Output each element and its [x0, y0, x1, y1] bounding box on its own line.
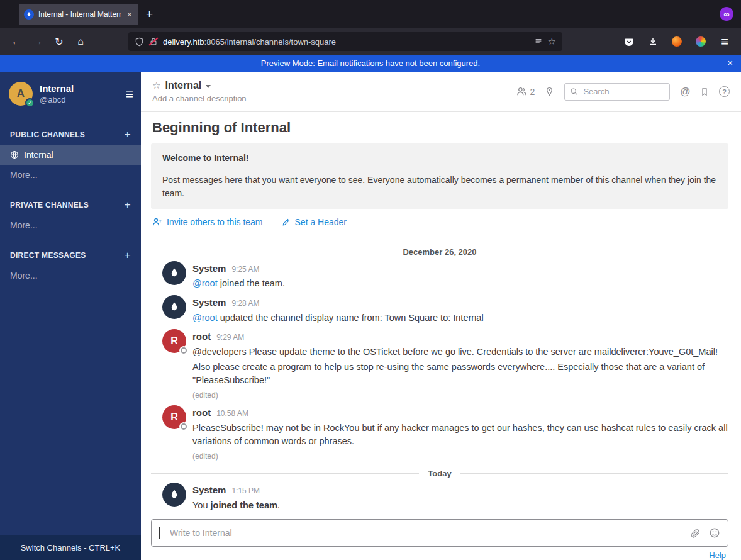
public-channels-section: PUBLIC CHANNELS + Internal More...: [0, 125, 141, 185]
channel-label: Internal: [24, 150, 53, 160]
message-root-hashcat: R root 10:58 AM PleaseSubscribe! may not…: [151, 405, 728, 462]
channel-view: ☆ Internal Add a channel description 2: [141, 72, 741, 560]
root-avatar[interactable]: R: [162, 405, 186, 429]
message-timestamp: 9:29 AM: [216, 332, 244, 343]
sidebar-item-internal[interactable]: Internal: [0, 145, 141, 165]
message-author[interactable]: System: [192, 483, 226, 498]
reader-view-icon[interactable]: [534, 37, 543, 46]
message-text: You joined the team.: [192, 499, 280, 513]
member-count-button[interactable]: 2: [516, 86, 535, 97]
pocket-icon[interactable]: [619, 32, 639, 51]
set-header-label: Set a Header: [295, 217, 347, 227]
url-bar[interactable]: delivery.htb:8065/internal/channels/town…: [128, 32, 562, 51]
channel-header-controls: 2 @ ?: [516, 83, 730, 101]
team-header[interactable]: A ✓ Internal @abcd ≡: [0, 72, 141, 115]
member-count: 2: [530, 87, 535, 97]
message-author[interactable]: System: [192, 262, 226, 276]
text-caret: [159, 527, 160, 539]
mentions-icon[interactable]: @: [680, 86, 690, 98]
mention-link[interactable]: @root: [192, 313, 218, 323]
message-system-joined-root: System 9:25 AM @root joined the team.: [151, 261, 728, 291]
message-timestamp: 9:25 AM: [231, 264, 259, 275]
home-icon[interactable]: ⌂: [70, 32, 91, 51]
pin-icon[interactable]: [545, 87, 554, 96]
tracking-shield-icon[interactable]: [135, 37, 144, 47]
message-text: PleaseSubscribe! may not be in RockYou b…: [192, 422, 728, 449]
add-public-channel-button[interactable]: +: [125, 128, 131, 141]
message-author[interactable]: System: [192, 296, 226, 310]
avatar-letter: R: [170, 412, 178, 423]
welcome-body: Post messages here that you want everyon…: [162, 174, 717, 199]
tab-close-icon[interactable]: ×: [126, 9, 133, 20]
offline-status-icon: [181, 423, 187, 430]
composer-box[interactable]: [151, 519, 728, 547]
channel-description[interactable]: Add a channel description: [152, 94, 247, 103]
section-label: DIRECT MESSAGES: [10, 251, 86, 260]
search-input[interactable]: [582, 86, 664, 97]
channel-name[interactable]: Internal: [165, 80, 201, 91]
downloads-icon[interactable]: [643, 32, 663, 51]
url-host: delivery.htb: [163, 37, 204, 47]
system-avatar[interactable]: [162, 261, 186, 285]
message-input[interactable]: [169, 527, 681, 539]
message-system-you-joined: System 1:15 PM You joined the team.: [151, 483, 728, 512]
bookmark-star-icon[interactable]: ☆: [548, 36, 556, 47]
favorite-star-icon[interactable]: ☆: [152, 80, 160, 91]
invite-others-link[interactable]: Invite others to this team: [152, 217, 263, 227]
sidebar-menu-icon[interactable]: ≡: [126, 87, 133, 101]
browser-tab[interactable]: Internal - Internal Matterm ×: [19, 4, 138, 25]
fox-extension-icon[interactable]: [667, 32, 687, 51]
root-avatar[interactable]: R: [162, 329, 186, 353]
account-icon[interactable]: ∞: [720, 7, 733, 21]
add-direct-message-button[interactable]: +: [125, 249, 131, 262]
channel-header-info: ☆ Internal Add a channel description: [152, 80, 247, 103]
mattermost-favicon-icon: [24, 9, 34, 20]
user-avatar: A ✓: [9, 82, 33, 106]
system-avatar[interactable]: [162, 483, 186, 507]
insecure-lock-icon[interactable]: [149, 37, 158, 46]
system-avatar[interactable]: [162, 295, 186, 319]
message-author[interactable]: root: [192, 406, 211, 420]
offline-status-icon: [181, 347, 187, 354]
back-icon[interactable]: ←: [6, 32, 26, 51]
extension-icons: ≡: [619, 32, 735, 51]
intro-links: Invite others to this team Set a Header: [152, 217, 728, 227]
private-channels-header: PRIVATE CHANNELS +: [0, 195, 141, 215]
more-private-channels-link[interactable]: More...: [0, 215, 141, 235]
message-timestamp: 9:28 AM: [231, 298, 259, 309]
channel-header: ☆ Internal Add a channel description 2: [141, 72, 741, 112]
flagged-posts-icon[interactable]: [700, 87, 709, 96]
palette-extension-icon[interactable]: [691, 32, 711, 51]
help-icon[interactable]: ?: [719, 86, 730, 97]
message-text: @root joined the team.: [192, 277, 285, 291]
more-direct-messages-link[interactable]: More...: [0, 266, 141, 286]
emoji-icon[interactable]: [709, 527, 720, 539]
chevron-down-icon[interactable]: [206, 85, 211, 88]
message-root-credentials: R root 9:29 AM @developers Please update…: [151, 329, 728, 401]
message-list[interactable]: Beginning of Internal Welcome to Interna…: [141, 112, 741, 517]
forward-icon[interactable]: →: [28, 32, 48, 51]
url-path: :8065/internal/channels/town-square: [204, 37, 337, 47]
welcome-card: Welcome to Internal! Post messages here …: [151, 143, 728, 209]
search-box[interactable]: [564, 83, 670, 101]
new-tab-button[interactable]: +: [146, 8, 153, 21]
banner-close-icon[interactable]: ×: [727, 57, 733, 68]
attachment-icon[interactable]: [689, 528, 700, 539]
edited-label: (edited): [192, 389, 728, 401]
set-header-link[interactable]: Set a Header: [282, 217, 347, 227]
more-public-channels-link[interactable]: More...: [0, 165, 141, 185]
mention-link[interactable]: @root: [192, 278, 218, 288]
online-status-icon: ✓: [25, 98, 35, 108]
message-author[interactable]: root: [192, 330, 211, 344]
edited-label: (edited): [192, 451, 728, 462]
globe-icon: [10, 150, 19, 159]
help-link[interactable]: Help: [709, 551, 726, 560]
switch-channels-footer[interactable]: Switch Channels - CTRL+K: [0, 535, 141, 560]
avatar-letter: R: [170, 335, 178, 347]
add-private-channel-button[interactable]: +: [125, 199, 131, 211]
intro-separator: [141, 240, 741, 240]
reload-icon[interactable]: ↻: [49, 32, 69, 51]
public-channels-header: PUBLIC CHANNELS +: [0, 125, 141, 145]
menu-icon[interactable]: ≡: [715, 32, 735, 51]
channel-intro-title: Beginning of Internal: [152, 120, 728, 136]
